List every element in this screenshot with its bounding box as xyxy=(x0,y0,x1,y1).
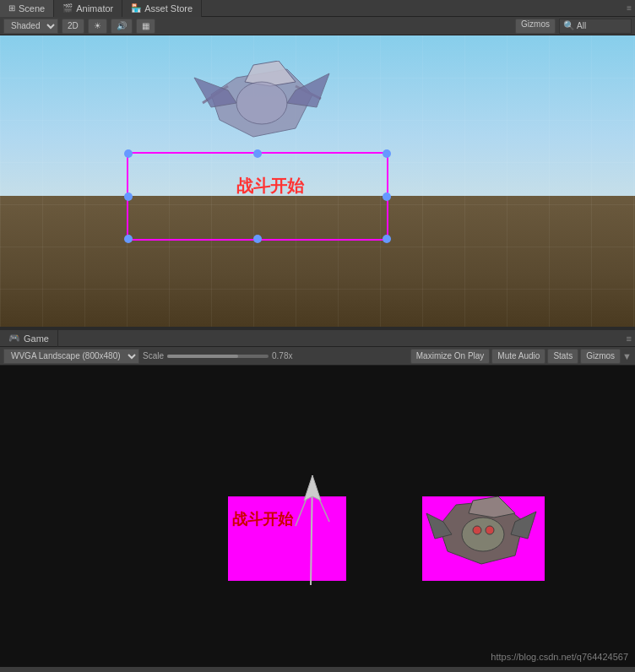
tab-asset-store-label: Asset Store xyxy=(144,3,193,14)
scene-view: 战斗开始 xyxy=(0,35,635,327)
handle-mid-right[interactable] xyxy=(383,192,391,201)
scale-value: 0.78x xyxy=(272,351,292,360)
watermark: https://blog.csdn.net/q764424567 xyxy=(491,652,628,662)
maximize-on-play-button[interactable]: Maximize On Play xyxy=(410,349,491,364)
tab-animator[interactable]: 🎬 Animator xyxy=(54,0,122,17)
stats-button[interactable]: Stats xyxy=(547,349,578,364)
handle-bottom-right[interactable] xyxy=(383,235,391,243)
scene-tab-bar: ⊞ Scene 🎬 Animator 🏪 Asset Store ≡ xyxy=(0,0,635,17)
svg-point-16 xyxy=(473,526,481,534)
scene-text-label: 战斗开始 xyxy=(236,175,304,198)
tab-game[interactable]: 🎮 Game xyxy=(0,330,58,347)
game-toolbar-expand: ▼ xyxy=(622,351,632,361)
search-box[interactable]: 🔍 xyxy=(559,19,632,34)
game-gizmos-button[interactable]: Gizmos xyxy=(580,349,621,364)
handle-top-right[interactable] xyxy=(383,149,391,158)
scale-label: Scale xyxy=(143,351,164,360)
sound-button[interactable]: 🔊 xyxy=(111,19,133,34)
game-tab-bar: 🎮 Game ≡ xyxy=(0,330,635,347)
gizmos-button[interactable]: Gizmos xyxy=(515,19,556,34)
light-button[interactable]: ☀ xyxy=(88,19,107,34)
search-icon: 🔍 xyxy=(563,20,575,31)
svg-point-17 xyxy=(486,526,494,534)
animator-icon: 🎬 xyxy=(62,3,73,13)
resolution-select[interactable]: WVGA Landscape (800x480) xyxy=(3,349,139,364)
game-tab-icon: 🎮 xyxy=(8,333,20,344)
tab-animator-label: Animator xyxy=(76,3,113,14)
handle-top-left[interactable] xyxy=(124,149,133,158)
game-character-left xyxy=(287,475,338,577)
tab-asset-store[interactable]: 🏪 Asset Store xyxy=(122,0,202,17)
svg-marker-12 xyxy=(469,496,515,518)
svg-point-4 xyxy=(236,82,287,124)
scale-slider[interactable] xyxy=(167,355,269,358)
mute-audio-button[interactable]: Mute Audio xyxy=(491,349,545,364)
mode-2d-button[interactable]: 2D xyxy=(62,19,84,34)
scene-toolbar: Shaded 2D ☀ 🔊 ▦ Gizmos 🔍 xyxy=(0,17,635,35)
asset-store-icon: 🏪 xyxy=(131,3,141,13)
svg-marker-1 xyxy=(245,61,296,86)
game-toolbar: WVGA Landscape (800x480) Scale 0.78x Max… xyxy=(0,347,635,366)
tab-game-label: Game xyxy=(24,333,49,344)
search-input[interactable] xyxy=(577,21,627,30)
shading-select[interactable]: Shaded xyxy=(3,19,58,34)
handle-mid-left[interactable] xyxy=(124,192,133,201)
svg-marker-10 xyxy=(304,475,321,501)
scene-character xyxy=(186,61,338,162)
scene-icon: ⊞ xyxy=(8,3,15,13)
svg-point-15 xyxy=(462,518,504,551)
scale-slider-fill xyxy=(167,355,238,358)
game-tab-expand[interactable]: ≡ xyxy=(627,333,635,344)
game-text-label: 战斗开始 xyxy=(232,509,293,529)
game-magenta-right xyxy=(422,496,545,581)
handle-bottom-center[interactable] xyxy=(253,235,262,243)
fx-button[interactable]: ▦ xyxy=(136,19,155,34)
game-view: 战斗开始 https://blog. xyxy=(0,366,635,667)
handle-top-center[interactable] xyxy=(253,149,262,158)
game-right-buttons: Maximize On Play Mute Audio Stats Gizmos… xyxy=(410,349,632,364)
tab-scene-label: Scene xyxy=(19,3,45,14)
scene-tab-expand[interactable]: ≡ xyxy=(627,3,635,13)
handle-bottom-left[interactable] xyxy=(124,235,133,243)
tab-scene[interactable]: ⊞ Scene xyxy=(0,0,54,17)
